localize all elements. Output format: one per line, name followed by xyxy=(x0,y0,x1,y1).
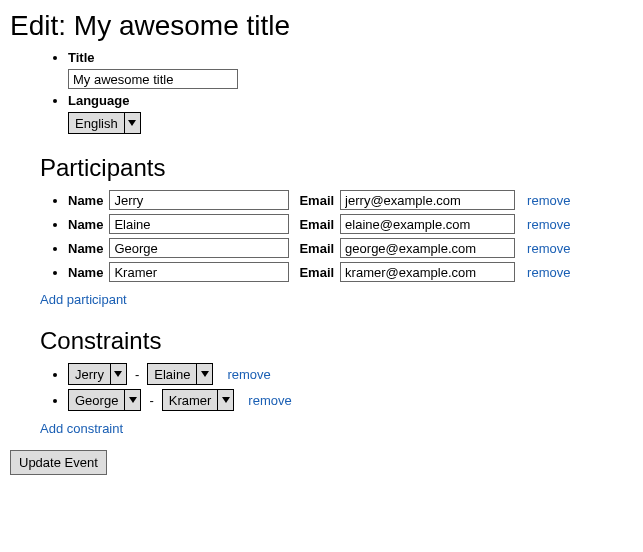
chevron-down-icon xyxy=(217,390,233,410)
constraint-right-select[interactable]: Elaine xyxy=(147,363,213,385)
participants-heading: Participants xyxy=(40,154,633,182)
remove-participant-link[interactable]: remove xyxy=(527,217,570,232)
participant-email-input[interactable] xyxy=(340,262,515,282)
constraint-dash: - xyxy=(135,367,139,382)
participant-name-label: Name xyxy=(68,193,103,208)
chevron-down-icon xyxy=(196,364,212,384)
svg-marker-3 xyxy=(129,397,137,403)
update-event-button[interactable]: Update Event xyxy=(10,450,107,475)
constraint-right-value: Kramer xyxy=(163,390,218,410)
participant-name-label: Name xyxy=(68,265,103,280)
chevron-down-icon xyxy=(124,390,140,410)
participant-email-input[interactable] xyxy=(340,190,515,210)
constraint-row: Jerry-Elaineremove xyxy=(68,363,633,385)
remove-constraint-link[interactable]: remove xyxy=(227,367,270,382)
chevron-down-icon xyxy=(124,113,140,133)
title-field: Title xyxy=(68,50,633,89)
page-title: Edit: My awesome title xyxy=(10,10,633,42)
participant-email-label: Email xyxy=(299,265,334,280)
remove-participant-link[interactable]: remove xyxy=(527,265,570,280)
language-label: Language xyxy=(68,93,633,108)
language-field: Language English xyxy=(68,93,633,134)
participant-email-label: Email xyxy=(299,217,334,232)
participants-list: NameEmailremoveNameEmailremoveNameEmailr… xyxy=(40,190,633,282)
language-select[interactable]: English xyxy=(68,112,141,134)
svg-marker-0 xyxy=(128,120,136,126)
participant-email-label: Email xyxy=(299,193,334,208)
participant-row: NameEmailremove xyxy=(68,214,633,234)
participant-row: NameEmailremove xyxy=(68,238,633,258)
remove-participant-link[interactable]: remove xyxy=(527,193,570,208)
constraint-left-value: Jerry xyxy=(69,364,110,384)
chevron-down-icon xyxy=(110,364,126,384)
constraint-row: George-Kramerremove xyxy=(68,389,633,411)
participant-row: NameEmailremove xyxy=(68,190,633,210)
participant-name-input[interactable] xyxy=(109,214,289,234)
add-constraint-link[interactable]: Add constraint xyxy=(40,421,633,436)
add-participant-link[interactable]: Add participant xyxy=(40,292,633,307)
participant-row: NameEmailremove xyxy=(68,262,633,282)
participant-email-label: Email xyxy=(299,241,334,256)
participant-name-input[interactable] xyxy=(109,262,289,282)
remove-participant-link[interactable]: remove xyxy=(527,241,570,256)
participant-name-label: Name xyxy=(68,217,103,232)
svg-marker-4 xyxy=(222,397,230,403)
constraint-left-select[interactable]: George xyxy=(68,389,141,411)
svg-marker-2 xyxy=(201,371,209,377)
participant-email-input[interactable] xyxy=(340,214,515,234)
participant-name-input[interactable] xyxy=(109,190,289,210)
language-select-value: English xyxy=(69,113,124,133)
basic-fields-list: Title Language English xyxy=(40,50,633,134)
constraint-left-select[interactable]: Jerry xyxy=(68,363,127,385)
constraints-list: Jerry-ElaineremoveGeorge-Kramerremove xyxy=(40,363,633,411)
title-label: Title xyxy=(68,50,633,65)
title-input[interactable] xyxy=(68,69,238,89)
svg-marker-1 xyxy=(114,371,122,377)
constraint-dash: - xyxy=(149,393,153,408)
constraint-right-select[interactable]: Kramer xyxy=(162,389,235,411)
constraint-right-value: Elaine xyxy=(148,364,196,384)
remove-constraint-link[interactable]: remove xyxy=(248,393,291,408)
constraints-heading: Constraints xyxy=(40,327,633,355)
participant-name-input[interactable] xyxy=(109,238,289,258)
constraint-left-value: George xyxy=(69,390,124,410)
participant-email-input[interactable] xyxy=(340,238,515,258)
participant-name-label: Name xyxy=(68,241,103,256)
